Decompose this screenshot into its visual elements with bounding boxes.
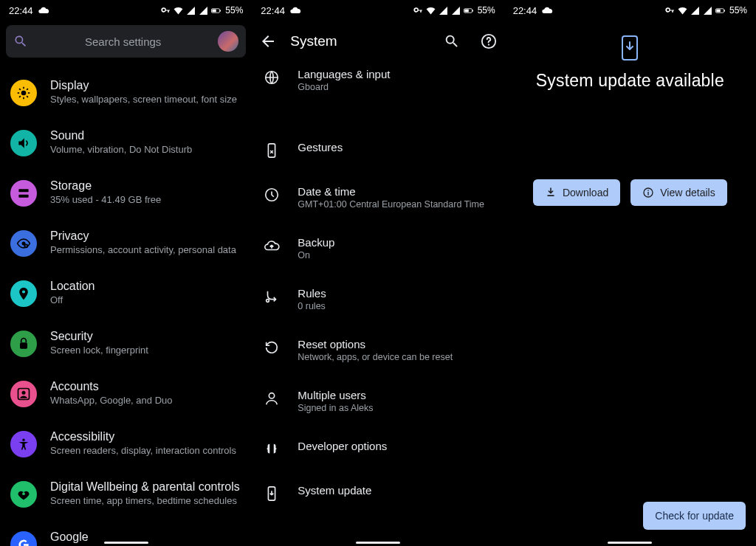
pane-header: System bbox=[252, 21, 504, 62]
item-title: Developer options bbox=[298, 440, 493, 452]
system-item-languages[interactable]: Languages & inputGboard bbox=[258, 62, 498, 106]
settings-item-privacy[interactable]: PrivacyPermissions, account activity, pe… bbox=[7, 218, 244, 269]
vpn-key-icon bbox=[413, 6, 423, 15]
avatar[interactable] bbox=[218, 31, 238, 52]
item-subtitle: Screen readers, display, interaction con… bbox=[50, 445, 241, 457]
system-list: Languages & inputGboard Gestures Date & … bbox=[252, 62, 504, 515]
battery-icon bbox=[464, 6, 473, 15]
download-button[interactable]: Download bbox=[533, 179, 620, 206]
status-time: 22:44 bbox=[513, 5, 537, 16]
settings-item-location[interactable]: LocationOff bbox=[7, 269, 244, 319]
system-item-reset[interactable]: Reset optionsNetwork, apps, or device ca… bbox=[258, 325, 498, 376]
system-item-gestures[interactable]: Gestures bbox=[258, 128, 498, 172]
item-title: Backup bbox=[298, 236, 493, 249]
svg-rect-2 bbox=[213, 9, 216, 12]
settings-item-wellbeing[interactable]: Digital Wellbeing & parental controlsScr… bbox=[7, 469, 244, 519]
view-details-label: View details bbox=[660, 187, 715, 198]
svg-rect-15 bbox=[724, 10, 725, 11]
item-subtitle: Network, apps, or device can be reset bbox=[298, 352, 493, 362]
user-icon bbox=[262, 390, 281, 407]
item-subtitle: Volume, vibration, Do Not Disturb bbox=[50, 144, 241, 156]
settings-item-accounts[interactable]: AccountsWhatsApp, Google, and Duo bbox=[7, 369, 244, 419]
system-item-sysupdate[interactable]: System update bbox=[258, 471, 498, 515]
page-title: System bbox=[290, 33, 422, 49]
status-bar: 22:44 55% bbox=[252, 0, 504, 21]
cloud-up-icon bbox=[262, 238, 281, 254]
svg-rect-5 bbox=[464, 9, 468, 12]
svg-point-12 bbox=[269, 393, 275, 398]
settings-item-accessibility[interactable]: AccessibilityScreen readers, display, in… bbox=[7, 419, 244, 469]
signal-icon bbox=[703, 6, 712, 15]
system-item-datetime[interactable]: Date & timeGMT+01:00 Central European St… bbox=[258, 172, 498, 223]
signal-icon bbox=[451, 6, 461, 15]
item-subtitle: GMT+01:00 Central European Standard Time bbox=[298, 199, 493, 210]
view-details-button[interactable]: View details bbox=[630, 179, 726, 206]
settings-list: DisplayStyles, wallpapers, screen timeou… bbox=[0, 68, 252, 546]
item-title: Storage bbox=[50, 179, 241, 193]
svg-rect-1 bbox=[220, 10, 221, 11]
nav-bar-hint bbox=[608, 542, 652, 544]
help-icon[interactable] bbox=[481, 33, 497, 49]
item-title: Sound bbox=[50, 128, 241, 142]
status-bar: 22:44 55% bbox=[504, 0, 756, 21]
signal-icon bbox=[199, 6, 208, 15]
battery-text: 55% bbox=[478, 5, 495, 15]
nav-bar-hint bbox=[104, 542, 148, 544]
item-title: Date & time bbox=[298, 185, 493, 198]
back-icon[interactable] bbox=[259, 32, 277, 50]
svg-point-11 bbox=[267, 300, 269, 303]
battery-icon bbox=[211, 6, 221, 15]
rules-icon bbox=[262, 288, 281, 305]
item-title: Languages & input bbox=[298, 68, 493, 80]
item-subtitle: Off bbox=[50, 294, 241, 306]
item-title: Rules bbox=[298, 287, 493, 300]
item-title: Location bbox=[50, 279, 241, 293]
system-item-backup[interactable]: BackupOn bbox=[258, 223, 498, 274]
settings-item-display[interactable]: DisplayStyles, wallpapers, screen timeou… bbox=[7, 68, 244, 118]
signal-icon bbox=[186, 6, 196, 15]
phone-download-icon bbox=[621, 35, 639, 61]
item-subtitle: Screen time, app timers, bedtime schedul… bbox=[50, 495, 241, 507]
system-item-developer[interactable]: Developer options bbox=[258, 426, 498, 471]
item-title: Display bbox=[50, 78, 241, 92]
settings-item-security[interactable]: SecurityScreen lock, fingerprint bbox=[7, 319, 244, 369]
sound-icon bbox=[10, 130, 37, 156]
system-item-rules[interactable]: Rules0 rules bbox=[258, 274, 498, 325]
location-icon bbox=[10, 280, 37, 307]
item-title: System update bbox=[298, 484, 493, 497]
download-icon bbox=[545, 187, 557, 198]
cloud-icon bbox=[38, 4, 49, 16]
storage-icon bbox=[10, 180, 37, 207]
braces-icon bbox=[262, 441, 281, 457]
svg-rect-9 bbox=[269, 144, 275, 157]
signal-icon bbox=[690, 6, 700, 15]
battery-text: 55% bbox=[729, 5, 747, 15]
item-subtitle: Gboard bbox=[298, 82, 493, 92]
system-pane: 22:44 55% System Languages & inputGboard… bbox=[252, 0, 504, 546]
status-bar: 22:44 55% bbox=[0, 0, 252, 21]
item-title: Accessibility bbox=[50, 429, 241, 443]
item-subtitle: Styles, wallpapers, screen timeout, font… bbox=[50, 94, 241, 106]
clock-icon bbox=[262, 187, 281, 203]
status-time: 22:44 bbox=[261, 5, 285, 16]
item-title: Multiple users bbox=[298, 389, 493, 401]
wellbeing-icon bbox=[10, 481, 37, 508]
vpn-key-icon bbox=[665, 6, 675, 15]
status-icons: 55% bbox=[665, 5, 747, 15]
download-label: Download bbox=[563, 187, 608, 198]
battery-icon bbox=[715, 6, 725, 15]
svg-rect-18 bbox=[547, 195, 554, 196]
nav-bar-hint bbox=[356, 542, 400, 544]
svg-rect-16 bbox=[716, 9, 720, 12]
check-update-button[interactable]: Check for update bbox=[643, 502, 746, 530]
status-icons: 55% bbox=[161, 5, 243, 15]
search-bar[interactable]: Search settings bbox=[6, 25, 246, 58]
status-time: 22:44 bbox=[9, 5, 33, 16]
privacy-icon bbox=[10, 230, 37, 257]
search-icon[interactable] bbox=[444, 33, 460, 49]
settings-item-storage[interactable]: Storage35% used - 41.49 GB free bbox=[7, 168, 244, 218]
settings-item-sound[interactable]: SoundVolume, vibration, Do Not Disturb bbox=[7, 118, 244, 168]
settings-main-pane: 22:44 55% Search settings DisplayStyles,… bbox=[0, 0, 252, 546]
signal-icon bbox=[439, 6, 448, 15]
system-item-users[interactable]: Multiple usersSigned in as Aleks bbox=[258, 376, 498, 426]
